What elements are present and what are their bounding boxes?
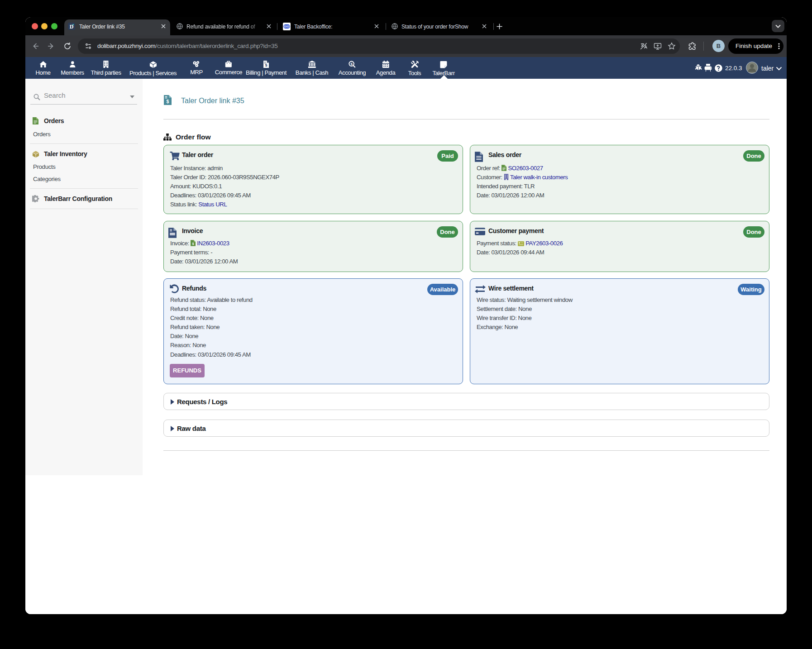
svg-text:$: $ (351, 62, 353, 66)
svg-text:$: $ (265, 63, 267, 67)
svg-text:$: $ (167, 99, 169, 104)
